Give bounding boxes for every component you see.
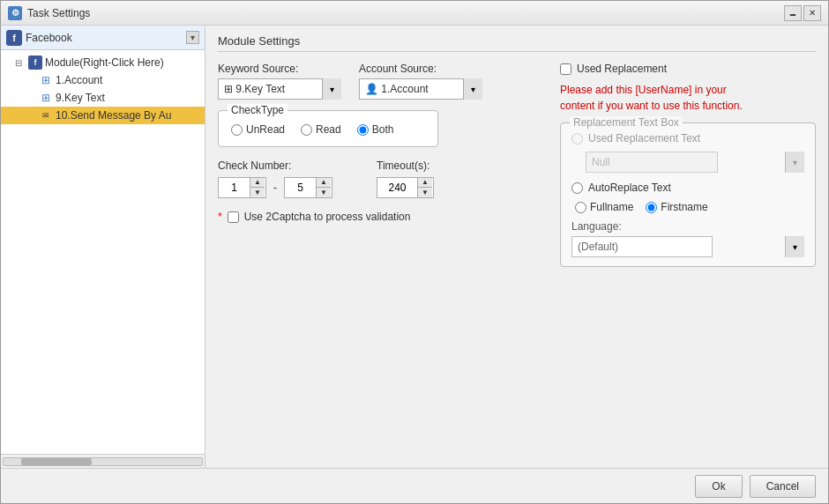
timeout-wrapper: ▲ ▼ [377,177,434,198]
check-number-from-wrapper: ▲ ▼ [218,177,266,198]
autoreplace-row: AutoReplace Text [571,182,804,194]
check-number-label: Check Number: [218,159,332,172]
tree-item-account[interactable]: ⊞ 1.Account [1,71,205,89]
account-source-select[interactable]: 👤 1.Account [359,78,482,100]
check-number-from-input[interactable] [219,178,250,197]
check-number-to-wrapper: ▲ ▼ [284,177,332,198]
tree-view: ⊟ f Module(Right-Click Here) ⊞ 1.Account… [1,50,205,454]
radio-both[interactable] [357,124,369,136]
check-number-from-up[interactable]: ▲ [250,178,265,188]
fullname-label: Fullname [590,201,633,213]
used-replacement-checkbox[interactable] [560,63,571,75]
radio-read-label: Read [316,123,341,136]
used-repl-text-radio [571,133,583,145]
replacement-panel: Used Replacement Please add this [UserNa… [560,63,816,267]
null-select-group: Null ▾ [571,152,804,173]
facebook-icon: f [6,30,22,46]
source-row: Keyword Source: ⊞ 9.Key Text ▾ Account S… [218,63,539,100]
yellow-icon-msg: ✉ [39,108,53,122]
checktype-radio-group: UnRead Read Both [231,118,425,136]
tree-expand-empty2 [26,93,36,103]
timeout-label: Timeout(s): [377,159,434,172]
main-left: Keyword Source: ⊞ 9.Key Text ▾ Account S… [218,63,539,267]
app-icon: ⚙ [8,6,22,20]
language-group: Language: (Default) ▾ [571,220,804,257]
tree-expand-empty3 [26,111,36,121]
radio-both-label: Both [372,123,394,136]
left-panel: f Facebook ▾ ⊟ f Module(Right-Click Here… [1,26,205,468]
fullname-radio-item[interactable]: Fullname [575,201,633,213]
left-panel-header: f Facebook ▾ [1,26,205,50]
tree-item-account-label: 1.Account [56,74,102,86]
checktype-groupbox-title: CheckType [228,104,288,116]
section-title: Module Settings [218,34,816,52]
warning-line1: Please add this [UserName] in your [560,84,727,96]
autoreplace-radio[interactable] [571,182,583,194]
timeout-group: Timeout(s): ▲ ▼ [377,159,434,198]
radio-read[interactable] [301,124,312,136]
close-button[interactable]: ✕ [803,5,821,21]
keyword-source-label: Keyword Source: [218,63,341,75]
account-source-label: Account Source: [359,63,482,75]
db-icon-keytext: ⊞ [39,91,53,105]
dash-separator: - [273,182,277,194]
checktype-groupbox: CheckType UnRead Read [218,110,438,147]
right-panel: Module Settings Keyword Source: ⊞ 9.Key … [205,26,828,468]
check-number-to-input[interactable] [285,178,316,197]
replacement-box: Replacement Text Box Used Replacement Te… [560,122,816,267]
tree-item-sendmessage-label: 10.Send Message By Au [56,109,171,122]
radio-read-item[interactable]: Read [301,123,341,136]
check-number-from-down[interactable]: ▼ [250,188,265,197]
fullname-radio[interactable] [575,202,586,213]
captcha-asterisk: * [218,211,222,223]
captcha-row: * Use 2Captcha to process validation [218,211,539,223]
ok-button[interactable]: Ok [695,475,742,498]
radio-both-item[interactable]: Both [357,123,394,136]
replacement-warning: Please add this [UserName] in your conte… [560,82,816,114]
titlebar: ⚙ Task Settings 🗕 ✕ [1,1,828,26]
captcha-checkbox[interactable] [228,211,239,223]
firstname-radio[interactable] [646,202,657,213]
null-select-arrow-icon: ▾ [785,152,804,173]
h-scrollbar[interactable] [3,457,203,466]
null-select-wrapper: Null ▾ [586,152,804,173]
check-number-from-spinners: ▲ ▼ [250,178,265,197]
tree-item-sendmessage[interactable]: ✉ 10.Send Message By Au [1,107,205,124]
timeout-down[interactable]: ▼ [418,188,432,197]
account-source-group: Account Source: 👤 1.Account ▾ [359,63,482,100]
tree-item-label: Module(Right-Click Here) [45,56,164,69]
language-select[interactable]: (Default) [571,236,713,257]
db-icon-account: ⊞ [39,73,53,87]
tree-item-module[interactable]: ⊟ f Module(Right-Click Here) [1,54,205,71]
left-panel-dropdown[interactable]: ▾ [186,31,199,44]
left-panel-title: Facebook [26,32,183,44]
minimize-button[interactable]: 🗕 [784,5,802,21]
keyword-source-select[interactable]: ⊞ 9.Key Text [218,78,341,100]
radio-unread-label: UnRead [246,123,285,136]
bottom-bar: Ok Cancel [1,468,828,503]
radio-unread-item[interactable]: UnRead [231,123,285,136]
check-number-to-down[interactable]: ▼ [317,188,331,197]
titlebar-controls: 🗕 ✕ [784,5,821,21]
used-replacement-label: Used Replacement [577,63,667,75]
name-radios: Fullname Firstname [571,201,804,213]
tree-item-keytext[interactable]: ⊞ 9.Key Text [1,89,205,107]
facebook-node-icon: f [28,56,42,70]
tree-item-keytext-label: 9.Key Text [56,92,105,104]
tree-expand-icon: ⊟ [15,58,26,68]
timeout-input[interactable] [377,178,417,197]
language-label: Language: [571,220,804,233]
used-repl-text-row: Used Replacement Text [571,132,804,145]
check-number-group: Check Number: ▲ ▼ - [218,159,332,198]
keyword-source-select-wrapper: ⊞ 9.Key Text ▾ [218,78,341,100]
check-number-to-spinners: ▲ ▼ [316,178,331,197]
firstname-radio-item[interactable]: Firstname [646,201,707,213]
check-number-row: Check Number: ▲ ▼ - [218,159,539,198]
account-source-select-wrapper: 👤 1.Account ▾ [359,78,482,100]
cancel-button[interactable]: Cancel [750,475,816,498]
used-repl-text-label: Used Replacement Text [588,132,700,145]
timeout-up[interactable]: ▲ [418,178,432,188]
content-area: f Facebook ▾ ⊟ f Module(Right-Click Here… [1,26,828,468]
radio-unread[interactable] [231,124,243,136]
check-number-to-up[interactable]: ▲ [317,178,331,188]
